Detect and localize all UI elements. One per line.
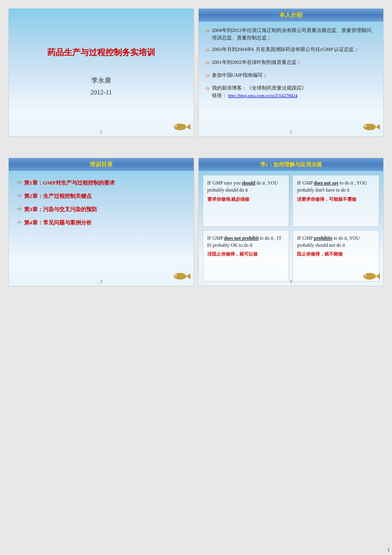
bullet-arrow-1: ➩ [205,27,210,35]
slide4-header: 序1：如何理解与应用法规 [199,158,384,171]
slide1-number: 1 [100,129,102,134]
gmp-box3-zh: 没阻止你做得，就可以做 [207,251,285,258]
should-underline: should [242,180,256,185]
top-slides-row: 药品生产与过程控制务实培训 李永康 2012-11 1 [8,8,384,137]
slide1-content: 药品生产与过程控制务实培训 李永康 2012-11 1 [9,9,194,136]
bullet-arrow-5: ➩ [205,84,210,93]
outline-arrow-1: ➩ [17,179,22,186]
slide4-number: 4 [290,279,292,284]
does-not-prohibit-underline: does not prohibit [224,236,259,241]
does-not-say-underline: does not say [314,180,338,185]
slide3-header: 培训目录 [9,158,194,171]
bottom-slides-row: 培训目录 ➩ 第1章：GMP对生产与过程控制的要求 ➩ 第2章：生产过程控制关键… [8,158,384,286]
slide-4: 序1：如何理解与应用法规 IF GMP says you should do i… [198,158,384,286]
bullet-arrow-2: ➩ [205,46,210,54]
svg-point-8 [175,275,177,276]
prohibits-underline: prohibits [314,236,333,241]
outline-arrow-3: ➩ [17,206,22,212]
bullet-arrow-3: ➩ [205,58,210,67]
svg-marker-4 [376,124,380,130]
slide2-link[interactable]: http://blog.sina.com.cn/u/2554278424 [228,93,298,98]
slide2-header: 本人介绍 [199,9,384,22]
slide1-title: 药品生产与过程控制务实培训 [47,47,155,58]
slide3-item-1: ➩ 第1章：GMP对生产与过程控制的要求 [17,179,185,187]
slide2-body: ➩ 2004年到2012年任浙江海正制药业有限公司质量法规总监、质量管理顾问、培… [199,22,384,136]
slide-3: 培训目录 ➩ 第1章：GMP对生产与过程控制的要求 ➩ 第2章：生产过程控制关键… [8,158,194,286]
slide3-logo [172,270,190,282]
row-spacer [8,141,384,153]
page-number: 1 [387,546,390,553]
slide2-logo [361,121,380,133]
slide2-bullet-3: ➩ 2001年到2002年在绿叶制剂做质量总监； [205,58,377,67]
slide2-header-text: 本人介绍 [279,12,302,18]
gmp-box-2: IF GMP does not say to do it , YOU proba… [292,175,379,227]
slide3-item-4: ➩ 第4章：常见问题与案例分析 [17,219,185,226]
svg-point-0 [174,124,186,130]
gmp-box-3: IF GMP does not prohibit to do it , IT I… [203,230,290,282]
svg-point-2 [175,125,177,127]
slide3-header-text: 培训目录 [90,161,113,168]
svg-point-5 [365,125,366,127]
slide2-content: 本人介绍 ➩ 2004年到2012年任浙江海正制药业有限公司质量法规总监、质量管… [199,9,384,136]
bullet-arrow-4: ➩ [205,71,210,80]
slide2-number: 2 [290,129,292,134]
slide-2: 本人介绍 ➩ 2004年到2012年任浙江海正制药业有限公司质量法规总监、质量管… [198,8,384,137]
svg-point-3 [363,124,376,130]
slide1-logo [172,121,190,133]
slide1-author: 李永康 2012-11 [90,75,112,99]
slide2-bullet-2: ➩ 2003年月到2004年6 月在美国洲际药业有限公司任cGMP 认证总监； [205,46,377,54]
page-container: 药品生产与过程控制务实培训 李永康 2012-11 1 [0,0,392,555]
slide-1: 药品生产与过程控制务实培训 李永康 2012-11 1 [8,8,194,137]
slide3-item-3: ➩ 第3章：污染与交叉污染的预防 [17,206,185,213]
gmp-box1-zh: 要求你做得,就必须做 [207,196,285,203]
slide3-item-2: ➩ 第2章：生产过程控制关键点 [17,192,185,200]
gmp-box2-zh: 没要求你做得，可能就不需做 [297,196,375,203]
slide3-number: 3 [100,279,102,284]
slide4-content: 序1：如何理解与应用法规 IF GMP says you should do i… [199,158,384,286]
svg-point-11 [365,275,366,276]
slide3-content: 培训目录 ➩ 第1章：GMP对生产与过程控制的要求 ➩ 第2章：生产过程控制关键… [9,158,194,286]
svg-point-6 [174,273,186,280]
slide2-bullet-5: ➩ 我的新浪博客：《全球制药质量法规跟踪》 链接： http://blog.si… [205,84,377,99]
svg-marker-1 [186,124,190,130]
svg-marker-10 [376,273,380,279]
gmp-box4-zh: 阻止你做得，就不能做 [297,251,375,258]
gmp-box-1: IF GMP says you should do it ,YOU probab… [203,175,290,227]
outline-arrow-4: ➩ [17,219,22,226]
slide2-bullet-1: ➩ 2004年到2012年任浙江海正制药业有限公司质量法规总监、质量管理顾问、培… [205,27,377,41]
slide4-logo [361,270,380,282]
slide3-body: ➩ 第1章：GMP对生产与过程控制的要求 ➩ 第2章：生产过程控制关键点 ➩ 第… [9,171,194,286]
svg-marker-7 [186,273,190,279]
slide1-inner: 药品生产与过程控制务实培训 李永康 2012-11 [9,9,194,136]
slide4-header-text: 序1：如何理解与应用法规 [260,161,322,168]
slide2-bullet-4: ➩ 参加中国GMP指南编写； [205,71,377,80]
slide4-body: IF GMP says you should do it ,YOU probab… [199,171,384,286]
svg-point-9 [363,273,376,280]
outline-arrow-2: ➩ [17,192,22,199]
